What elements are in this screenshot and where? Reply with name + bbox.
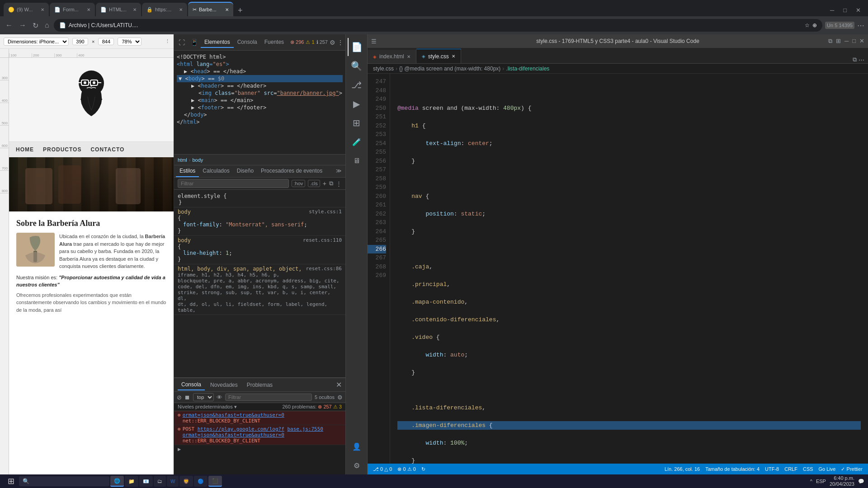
status-sync[interactable]: ↻	[421, 466, 425, 472]
taskbar-file-manager[interactable]: 📁	[125, 476, 138, 487]
vscode-layout-icon[interactable]: ⊞	[836, 38, 841, 45]
style-tab-diseno[interactable]: Diseño	[233, 165, 257, 177]
status-line-ending[interactable]: CRLF	[784, 466, 797, 472]
taskbar-vscode[interactable]: ⬛	[208, 476, 222, 487]
status-tab-size[interactable]: Tamaño de tabulación: 4	[705, 466, 760, 472]
console-stop-icon[interactable]: ⏹	[184, 394, 190, 401]
tab-close-form[interactable]: ✕	[87, 7, 90, 12]
status-go-live[interactable]: Go Live	[819, 466, 836, 472]
tab-html[interactable]: 📄 HTML... ✕	[96, 3, 141, 16]
extensions-icon[interactable]: Un 5 14395	[825, 22, 854, 29]
breadcrumb-html[interactable]: html	[178, 157, 187, 163]
style-tab-procesadores[interactable]: Procesadores de eventos	[257, 165, 326, 177]
window-maximize[interactable]: □	[840, 6, 850, 14]
vscode-win-minimize[interactable]: ─	[844, 38, 849, 45]
taskbar-edge[interactable]: 🌐	[110, 476, 124, 487]
status-errors[interactable]: ⊗ 0 ⚠ 0	[397, 466, 415, 472]
activity-search-icon[interactable]: 🔍	[348, 57, 366, 75]
activity-remote-icon[interactable]: 🖥	[348, 152, 366, 170]
console-context-select[interactable]: top	[193, 393, 214, 401]
zoom-selector[interactable]: 78%	[118, 38, 142, 46]
taskbar-brave[interactable]: 🦁	[179, 476, 193, 487]
width-input[interactable]	[72, 38, 88, 45]
console-expand-arrow[interactable]: ▶	[174, 445, 345, 453]
style-tab-estilos[interactable]: Estilos	[176, 165, 199, 177]
tab-css-close[interactable]: ✕	[452, 54, 455, 59]
cls-filter-button[interactable]: .cls	[308, 180, 320, 187]
forward-button[interactable]: →	[17, 19, 28, 31]
nav-contacto[interactable]: CONTACTO	[90, 146, 124, 153]
devtools-tab-fuentes[interactable]: Fuentes	[261, 37, 288, 48]
styles-filter-input[interactable]	[178, 179, 289, 188]
address-input-area[interactable]: 📄 Archivo | C:/Users/LATITU.... ☆ ⊕	[54, 19, 822, 32]
activity-account-icon[interactable]: 👤	[348, 437, 366, 455]
tab-html-close[interactable]: ✕	[407, 54, 410, 59]
activity-extensions-icon[interactable]: ⊞	[348, 114, 366, 132]
taskbar-files2[interactable]: 🗂	[154, 476, 166, 487]
tab-barbe[interactable]: ✂ Barbe... ✕	[188, 2, 233, 16]
taskbar-chrome[interactable]: 🔵	[194, 476, 208, 487]
tab-close-wa[interactable]: ✕	[41, 7, 44, 12]
vscode-split-icon[interactable]: ⧉	[828, 38, 832, 45]
tab-close-barbe[interactable]: ✕	[225, 7, 229, 12]
code-content[interactable]: @media screen and (max-width: 480px) { h…	[390, 74, 868, 464]
tray-up-icon[interactable]: ^	[810, 479, 812, 484]
tab-whatsapp[interactable]: 🟡 (9) W... ✕	[4, 3, 49, 16]
nav-productos[interactable]: PRODUCTOS	[43, 146, 81, 153]
status-line-col[interactable]: Lín. 266, col. 16	[665, 466, 700, 472]
devtools-settings-icon[interactable]: ⚙	[330, 39, 335, 46]
console-tab-problemas[interactable]: Problemas	[243, 380, 276, 390]
tab-close-html[interactable]: ✕	[133, 7, 137, 12]
vscode-win-close[interactable]: ✕	[859, 38, 864, 45]
console-filter-input[interactable]	[225, 394, 312, 401]
taskbar-word[interactable]: W	[167, 476, 179, 487]
new-tab-button[interactable]: +	[234, 6, 246, 15]
back-button[interactable]: ←	[4, 19, 14, 31]
vscode-tab-indexhtml[interactable]: ◈ index.html ✕	[368, 50, 416, 63]
add-style-icon[interactable]: +	[323, 180, 326, 187]
console-tab-novedades[interactable]: Novedades	[207, 380, 241, 390]
height-input[interactable]	[98, 38, 114, 45]
device-selector[interactable]: Dimensiones: iPhone...	[4, 38, 69, 46]
tray-notification[interactable]: 💬	[858, 479, 864, 484]
home-button[interactable]: ⌂	[43, 19, 51, 31]
devtools-cursor-icon[interactable]: ⛶	[176, 37, 188, 48]
style-tab-calculados[interactable]: Calculados	[199, 165, 233, 177]
console-clear-icon[interactable]: ⊘	[177, 394, 182, 401]
breadcrumb-stylecss[interactable]: style.css	[373, 66, 394, 72]
vscode-menu-icon[interactable]: ☰	[371, 38, 377, 45]
status-encoding[interactable]: UTF-8	[765, 466, 779, 472]
breadcrumb-media[interactable]: {} @media screen and (max-width: 480px)	[399, 66, 500, 72]
devtools-tab-elementos[interactable]: Elementos	[201, 37, 234, 48]
refresh-button[interactable]: ↻	[31, 19, 40, 32]
console-eye-icon[interactable]: 👁	[217, 394, 222, 401]
activity-debug-icon[interactable]: ▶	[348, 95, 366, 113]
activity-test-icon[interactable]: 🧪	[348, 133, 366, 151]
activity-settings-icon[interactable]: ⚙	[348, 456, 366, 474]
tab-https[interactable]: 🔒 https:... ✕	[142, 3, 187, 16]
nav-home[interactable]: HOME	[16, 146, 34, 153]
breadcrumb-class[interactable]: .lista-diferenciales	[506, 66, 549, 72]
style-more-icon[interactable]: ⋮	[336, 180, 342, 187]
start-button[interactable]: ⊞	[4, 475, 18, 487]
tab-form[interactable]: 📄 Form... ✕	[50, 3, 95, 16]
more-editor-icon[interactable]: ⋯	[859, 56, 864, 63]
console-levels-dropdown[interactable]: Niveles predeterminados ▾	[178, 404, 237, 410]
taskbar-search[interactable]: 🔍	[19, 476, 109, 486]
copy-style-icon[interactable]: ⧉	[329, 180, 333, 187]
devtools-more-icon[interactable]: ⋮	[337, 39, 344, 46]
split-editor-icon[interactable]: ⧉	[853, 56, 857, 63]
more-options-icon[interactable]: ⋮	[165, 38, 170, 44]
html-line-body[interactable]: ▼ <body> == $0	[177, 75, 343, 82]
tray-datetime[interactable]: 6:40 p.m. 20/04/2023	[830, 475, 854, 487]
breadcrumb-body[interactable]: body	[192, 157, 203, 163]
console-close-icon[interactable]: ✕	[336, 380, 342, 389]
address-star[interactable]: ☆	[805, 22, 810, 28]
vscode-win-restore[interactable]: □	[852, 38, 856, 45]
devtools-tab-consola[interactable]: Consola	[234, 37, 261, 48]
activity-files-icon[interactable]: 📄	[348, 38, 366, 56]
vscode-tab-stylecss[interactable]: ◈ style.css ✕	[416, 49, 461, 63]
status-prettier[interactable]: ✓ Prettier	[841, 466, 863, 472]
window-close[interactable]: ✕	[852, 6, 864, 14]
pseudo-filter-button[interactable]: :hov	[292, 180, 306, 187]
